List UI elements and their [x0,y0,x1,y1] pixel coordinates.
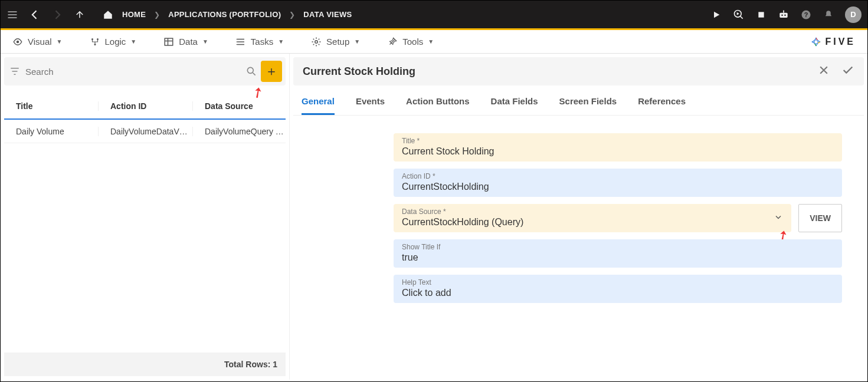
filter-icon[interactable] [8,66,22,77]
chevron-down-icon: ▼ [57,38,63,45]
tab-data-fields[interactable]: Data Fields [491,96,538,115]
svg-point-16 [315,40,318,43]
label-actionid: Action ID * [402,172,834,180]
svg-point-8 [17,40,19,43]
forward-icon [51,9,63,21]
field-showtitleif[interactable]: Show Title If true [394,239,842,268]
menu-logic[interactable]: Logic▼ [90,37,137,47]
help-icon[interactable]: ? [800,9,812,21]
svg-point-9 [91,38,93,40]
breadcrumb-dataviews[interactable]: DATA VIEWS [303,10,352,19]
menu-visual[interactable]: Visual▼ [12,37,63,47]
list-panel: ＋ ➚ Title Action ID Data Source Daily Vo… [1,54,290,380]
label-showtitleif: Show Title If [402,243,834,251]
chevron-down-icon: ▼ [202,38,208,45]
search-input[interactable] [25,67,242,77]
svg-point-4 [784,14,786,16]
field-helptext[interactable]: Help Text Click to add [394,275,842,303]
svg-point-3 [781,14,783,16]
close-icon[interactable] [818,64,830,79]
tab-screen-fields[interactable]: Screen Fields [559,96,617,115]
svg-rect-5 [783,10,784,12]
view-button[interactable]: VIEW [798,204,842,232]
confirm-icon[interactable] [841,64,854,80]
home-icon[interactable] [102,9,114,21]
form: Title * Current Stock Holding Action ID … [394,116,842,321]
tab-general[interactable]: General [302,96,335,115]
search-row: ＋ [4,57,286,85]
label-datasource: Data Source * [402,208,783,216]
cell-source: DailyVolumeQuery … [193,127,286,136]
label-title: Title * [402,137,834,145]
plus-icon: ＋ [265,62,278,80]
svg-point-13 [236,38,237,39]
breadcrumb-applications[interactable]: APPLICATIONS (PORTFOLIO) [168,10,281,19]
cell-title: Daily Volume [4,127,99,136]
chevron-down-icon[interactable] [774,213,783,224]
grid-body: Daily Volume DailyVolumeDataV… DailyVolu… [4,120,286,353]
svg-point-17 [247,67,253,73]
detail-panel: Current Stock Holding General Events Act… [290,54,867,380]
col-header-action[interactable]: Action ID [99,101,193,111]
svg-point-11 [94,44,96,45]
table-row[interactable]: Daily Volume DailyVolumeDataV… DailyVolu… [4,120,286,143]
svg-text:?: ? [804,11,808,18]
play-icon[interactable] [710,9,722,21]
svg-rect-1 [758,12,764,17]
grid-footer: Total Rows: 1 [4,353,286,376]
cell-action: DailyVolumeDataV… [99,127,193,136]
col-header-title[interactable]: Title [4,101,99,111]
menu-bar: Visual▼ Logic▼ Data▼ Tasks▼ Setup▼ Tools… [1,30,867,54]
tab-action-buttons[interactable]: Action Buttons [406,96,469,115]
svg-rect-12 [165,38,173,45]
search-play-icon[interactable] [733,9,745,21]
tab-references[interactable]: References [638,96,686,115]
logo: FIVE [811,37,856,47]
avatar[interactable]: D [845,6,862,23]
svg-point-10 [97,38,99,40]
chevron-down-icon: ▼ [130,38,136,45]
chevron-down-icon: ▼ [278,38,284,45]
menu-setup[interactable]: Setup▼ [311,37,360,47]
bell-icon[interactable] [823,9,834,21]
value-title: Current Stock Holding [402,146,834,157]
svg-rect-2 [779,12,787,17]
avatar-letter: D [850,10,856,19]
menu-data[interactable]: Data▼ [163,37,208,47]
field-datasource[interactable]: Data Source * CurrentStockHolding (Query… [394,204,791,232]
svg-point-15 [236,44,237,45]
col-header-source[interactable]: Data Source [193,101,286,111]
menu-tasks[interactable]: Tasks▼ [235,37,284,47]
chevron-right-icon: ❯ [154,11,160,19]
chevron-right-icon: ❯ [289,11,295,19]
chevron-down-icon: ▼ [354,38,360,45]
menu-tools[interactable]: Tools▼ [387,37,434,47]
add-button[interactable]: ＋ [261,61,282,82]
logo-icon [811,37,821,47]
svg-point-14 [236,41,237,42]
up-icon[interactable] [74,9,86,21]
tab-events[interactable]: Events [356,96,385,115]
value-actionid: CurrentStockHolding [402,182,834,192]
search-icon[interactable] [245,65,257,77]
field-actionid[interactable]: Action ID * CurrentStockHolding [394,169,842,197]
value-showtitleif: true [402,252,834,263]
chevron-down-icon: ▼ [428,38,434,45]
field-title[interactable]: Title * Current Stock Holding [394,133,842,162]
data-grid: Title Action ID Data Source Daily Volume… [4,94,286,376]
top-bar: HOME ❯ APPLICATIONS (PORTFOLIO) ❯ DATA V… [1,1,867,30]
stop-icon[interactable] [755,9,767,21]
back-icon[interactable] [29,9,41,21]
breadcrumb: HOME ❯ APPLICATIONS (PORTFOLIO) ❯ DATA V… [102,9,352,21]
breadcrumb-home[interactable]: HOME [122,10,146,19]
detail-header: Current Stock Holding [293,57,864,85]
tabs: General Events Action Buttons Data Field… [293,85,864,116]
robot-icon[interactable] [778,9,790,21]
detail-title: Current Stock Holding [303,65,415,78]
label-helptext: Help Text [402,278,834,286]
value-datasource: CurrentStockHolding (Query) [402,217,783,228]
value-helptext: Click to add [402,288,834,298]
hamburger-icon[interactable] [6,9,18,21]
grid-header: Title Action ID Data Source [4,94,286,120]
